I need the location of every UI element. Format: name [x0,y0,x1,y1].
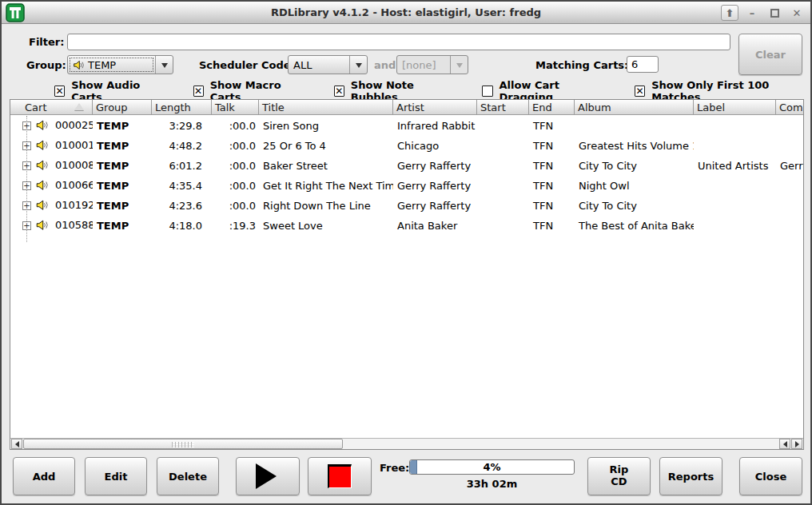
speaker-icon [35,159,48,171]
table-header: CartGroupLengthTalkTitleArtistStartEndAl… [10,100,803,115]
speaker-icon [35,139,48,151]
expand-icon[interactable]: + [22,201,31,210]
cart-number: 000025 [55,119,93,131]
end-cell: TFN [529,200,575,212]
checkbox-box[interactable]: ✕ [334,85,344,97]
chevron-down-icon [450,56,468,74]
sort-ascending-icon [74,103,84,110]
group-cell: TEMP [93,140,152,152]
expand-icon[interactable]: + [22,121,31,130]
checkbox-box[interactable]: ✕ [193,85,204,97]
play-button[interactable] [236,457,300,495]
length-cell: 4:35.4 [152,180,212,192]
rivendell-logo-icon [6,3,25,22]
and-label: and [374,59,396,71]
speaker-icon [35,219,48,231]
column-header-composer[interactable]: Composer [776,100,803,115]
maximize-button[interactable] [766,5,783,21]
checkbox-box[interactable]: ✕ [635,85,645,97]
title-cell: 25 Or 6 To 4 [259,140,393,152]
scroll-right-icon[interactable] [791,439,802,449]
column-header-album[interactable]: Album [575,100,694,115]
cart-number: 010008 [55,159,93,171]
thumb-grip [172,442,194,447]
free-percent: 4% [410,461,574,473]
checkbox-box[interactable]: ✕ [54,85,65,97]
album-cell: Night Owl [575,180,694,192]
title-cell: Sweet Love [259,220,393,232]
close-button[interactable]: Close [739,457,802,495]
cart-cell: +010001 [10,136,93,156]
scheduler-codes-value: ALL [293,59,312,71]
composer-cell: Gerry [776,160,803,172]
scrollbar-thumb[interactable] [23,439,343,449]
horizontal-scrollbar[interactable] [10,438,803,449]
album-cell: City To City [575,160,694,172]
free-label: Free: [380,462,409,474]
end-cell: TFN [529,220,575,232]
speaker-icon [35,199,48,211]
group-select[interactable]: TEMP [67,55,173,74]
talk-cell: :00.0 [212,140,259,152]
table-row[interactable]: +010008TEMP6:01.2:00.0Baker StreetGerry … [10,156,803,176]
play-icon [256,463,289,489]
speaker-icon [35,119,48,131]
column-header-cart[interactable]: Cart [10,100,93,115]
end-cell: TFN [529,160,575,172]
column-header-talk[interactable]: Talk [212,100,259,115]
column-label: Group [96,101,128,113]
column-header-title[interactable]: Title [259,100,393,115]
matching-carts-label: Matching Carts: [535,59,628,71]
column-label: Artist [396,101,424,113]
title-cell: Baker Street [259,160,393,172]
column-header-artist[interactable]: Artist [393,100,477,115]
reports-button[interactable]: Reports [659,457,722,495]
stop-icon [328,464,352,488]
scroll-left-icon[interactable] [11,439,22,449]
cart-number: 010066 [55,179,93,191]
filter-input[interactable] [67,34,730,50]
table-row[interactable]: +010588TEMP4:18.0:19.3Sweet LoveAnita Ba… [10,216,803,236]
table-row[interactable]: +010001TEMP4:48.2:00.025 Or 6 To 4Chicag… [10,136,803,156]
column-header-label[interactable]: Label [694,100,776,115]
shade-button[interactable]: ⬆ [721,5,738,21]
minimize-button[interactable]: – [743,5,761,21]
group-cell: TEMP [93,200,152,212]
scheduler-codes-select[interactable]: ALL [288,55,368,74]
checkbox-box[interactable] [482,85,492,97]
label-cell: United Artists [694,160,776,172]
column-header-group[interactable]: Group [93,100,152,115]
cart-cell: +010066 [10,176,93,196]
column-header-length[interactable]: Length [152,100,212,115]
expand-icon[interactable]: + [22,141,31,150]
edit-button[interactable]: Edit [85,457,147,495]
column-header-start[interactable]: Start [477,100,529,115]
group-cell: TEMP [93,160,152,172]
title-cell: Right Down The Line [259,200,393,212]
column-label: Title [262,101,285,113]
matching-carts-input[interactable] [627,56,659,73]
title-cell: Get It Right The Next Time [259,180,393,192]
stop-button[interactable] [308,457,372,495]
delete-button[interactable]: Delete [157,457,219,495]
length-cell: 4:18.0 [152,220,212,232]
cart-table: CartGroupLengthTalkTitleArtistStartEndAl… [10,99,804,450]
titlebar[interactable]: RDLibrary v4.1.2 - Host: elastigirl, Use… [2,2,810,24]
add-button[interactable]: Add [13,457,75,495]
group-cell: TEMP [93,180,152,192]
column-header-end[interactable]: End [529,100,575,115]
table-row[interactable]: +010192TEMP4:23.6:00.0Right Down The Lin… [10,196,803,216]
expand-icon[interactable]: + [22,181,31,190]
rip-cd-button[interactable]: Rip CD [587,457,651,495]
column-label: Talk [215,101,235,113]
expand-icon[interactable]: + [22,161,31,170]
scroll-left-icon[interactable] [779,439,790,449]
close-window-button[interactable]: ✕ [788,5,806,21]
expand-icon[interactable]: + [22,221,31,230]
table-row[interactable]: +000025TEMP3:29.8:00.0Siren SongInfrared… [10,116,803,136]
table-row[interactable]: +010066TEMP4:35.4:00.0Get It Right The N… [10,176,803,196]
title-cell: Siren Song [259,120,393,132]
clear-button[interactable]: Clear [738,34,802,75]
length-cell: 3:29.8 [152,120,212,132]
column-label: Start [480,101,506,113]
